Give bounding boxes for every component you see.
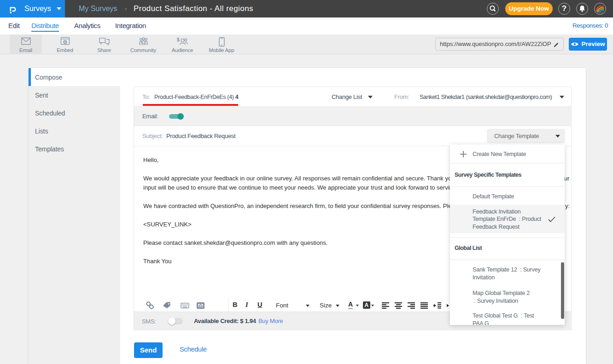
svg-text:$: $: [177, 37, 180, 42]
